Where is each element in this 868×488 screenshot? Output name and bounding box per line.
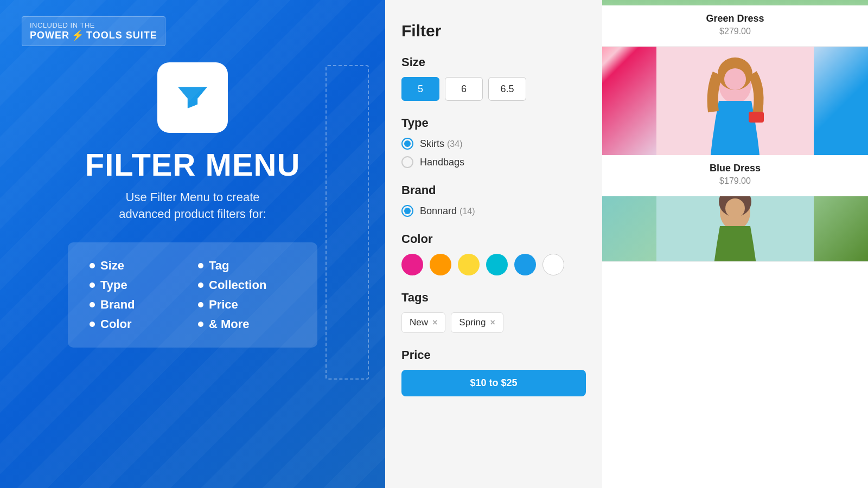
feature-type: Type: [90, 278, 187, 292]
feature-more: & More: [198, 317, 296, 331]
brand-option-bonnard[interactable]: Bonnard (14): [401, 205, 586, 217]
tags-row: New × Spring ×: [401, 312, 586, 333]
brand-bonnard-count: (14): [459, 207, 475, 216]
hero-subtitle: Use Filter Menu to create advanced produ…: [119, 189, 266, 223]
size-button-6[interactable]: 6: [445, 77, 483, 101]
type-skirts-count: (34): [447, 139, 462, 149]
bullet-icon: [90, 322, 95, 327]
feature-size: Size: [90, 259, 187, 273]
bullet-icon: [198, 302, 203, 307]
product-info-green: Green Dress $279.00: [602, 5, 868, 46]
feature-collection: Collection: [198, 278, 296, 292]
page-title: FILTER MENU: [85, 149, 301, 181]
type-label: Type: [401, 116, 586, 130]
dashed-decoration: [326, 65, 369, 380]
tag-spring[interactable]: Spring ×: [451, 312, 503, 333]
feature-price: Price: [198, 298, 296, 312]
svg-point-4: [724, 68, 746, 90]
radio-inner-skirts: [404, 140, 411, 147]
color-section: Color: [401, 232, 586, 275]
product-price-blue: $179.00: [613, 176, 857, 186]
brand-section: Brand Bonnard (14): [401, 183, 586, 217]
color-swatches-group: [401, 254, 586, 275]
product-name-blue: Blue Dress: [613, 163, 857, 174]
radio-skirts: [401, 138, 413, 150]
product-image-third: [602, 196, 868, 261]
size-button-65[interactable]: 6.5: [488, 77, 526, 101]
type-section: Type Skirts (34) Handbags: [401, 116, 586, 168]
product-card-blue: Blue Dress $179.00: [602, 47, 868, 196]
swatch-teal[interactable]: [486, 254, 508, 275]
type-option-skirts[interactable]: Skirts (34): [401, 138, 586, 150]
tag-new[interactable]: New ×: [401, 312, 445, 333]
bullet-icon: [90, 282, 95, 288]
swatch-white[interactable]: [542, 254, 564, 275]
filter-icon-container: [157, 62, 228, 133]
brand-bonnard-label: Bonnard (14): [420, 206, 475, 217]
bullet-icon: [198, 282, 203, 288]
product-image-green: [602, 0, 868, 5]
type-option-handbags[interactable]: Handbags: [401, 156, 586, 168]
filter-panel: Filter Size 5 6 6.5 Type Skirts (34) Han…: [385, 0, 602, 488]
left-panel: INCLUDED IN THE POWER ⚡ TOOLS SUITE FILT…: [0, 0, 385, 488]
feature-tag: Tag: [198, 259, 296, 273]
product-card-third: [602, 196, 868, 262]
bullet-icon: [90, 302, 95, 307]
products-panel: Green Dress $279.00 Blue Dres: [602, 0, 868, 488]
price-section: Price $10 to $25: [401, 348, 586, 396]
filter-funnel-icon: [174, 79, 212, 117]
features-box: Size Tag Type Collection Brand Price Col…: [68, 242, 317, 348]
blue-dress-illustration: [602, 47, 868, 155]
price-button[interactable]: $10 to $25: [401, 370, 586, 396]
feature-color: Color: [90, 317, 187, 331]
svg-rect-3: [749, 112, 764, 123]
bullet-icon: [198, 263, 203, 268]
size-section: Size 5 6 6.5: [401, 55, 586, 101]
radio-handbags: [401, 156, 413, 168]
svg-point-8: [725, 198, 745, 218]
product-info-blue: Blue Dress $179.00: [602, 155, 868, 196]
swatch-orange[interactable]: [430, 254, 451, 275]
badge-bottom-text: POWER ⚡ TOOLS SUITE: [30, 29, 157, 41]
tags-section: Tags New × Spring ×: [401, 291, 586, 333]
radio-inner-bonnard: [404, 208, 411, 214]
swatch-pink[interactable]: [401, 254, 423, 275]
product-image-blue: [602, 47, 868, 155]
suite-badge: INCLUDED IN THE POWER ⚡ TOOLS SUITE: [22, 16, 165, 46]
tag-new-remove[interactable]: ×: [432, 318, 437, 328]
swatch-blue[interactable]: [514, 254, 536, 275]
bullet-icon: [90, 263, 95, 268]
product-card-green: Green Dress $279.00: [602, 0, 868, 47]
product-name-green: Green Dress: [613, 13, 857, 24]
tags-label: Tags: [401, 291, 586, 305]
size-button-5[interactable]: 5: [401, 77, 439, 101]
size-label: Size: [401, 55, 586, 69]
swatch-yellow[interactable]: [458, 254, 480, 275]
price-label: Price: [401, 348, 586, 362]
feature-brand: Brand: [90, 298, 187, 312]
third-product-illustration: [602, 196, 868, 261]
type-skirts-label: Skirts (34): [420, 138, 462, 150]
lightning-icon: ⚡: [72, 29, 84, 41]
tag-spring-remove[interactable]: ×: [490, 318, 495, 328]
filter-heading: Filter: [401, 22, 586, 40]
badge-top-text: INCLUDED IN THE: [30, 21, 157, 29]
product-price-green: $279.00: [613, 27, 857, 36]
color-label: Color: [401, 232, 586, 246]
bullet-icon: [198, 322, 203, 327]
radio-bonnard: [401, 205, 413, 217]
size-buttons-group: 5 6 6.5: [401, 77, 586, 101]
brand-label: Brand: [401, 183, 586, 197]
type-handbags-label: Handbags: [420, 157, 464, 168]
